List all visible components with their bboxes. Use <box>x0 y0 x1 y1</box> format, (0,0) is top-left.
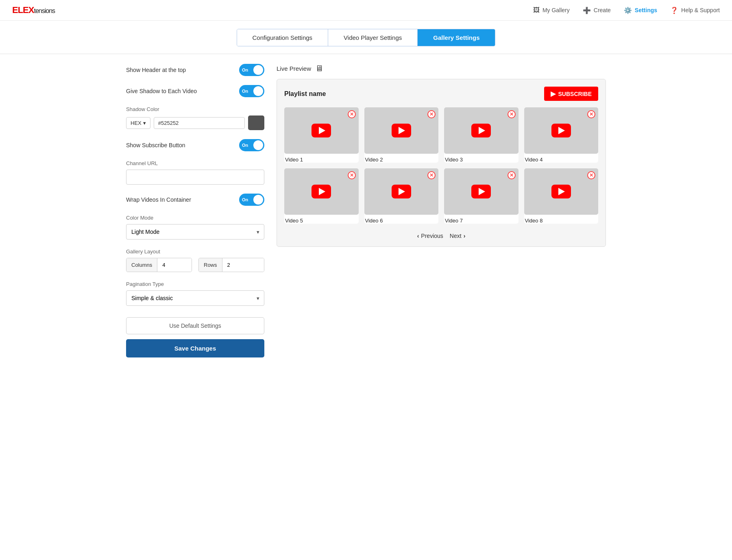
nav-help[interactable]: ❓ Help & Support <box>670 7 720 14</box>
save-changes-button[interactable]: Save Changes <box>126 339 264 357</box>
pagination-label: Pagination Type <box>126 281 264 287</box>
nav-settings[interactable]: ⚙️ Settings <box>624 7 657 14</box>
video-card-7: ✕ Video 7 <box>444 168 518 224</box>
gallery-layout-label: Gallery Layout <box>126 248 264 255</box>
gallery-layout-row: Columns Rows <box>126 258 264 272</box>
previous-button[interactable]: ‹ Previous <box>417 233 443 239</box>
hex-select[interactable]: HEX ▾ <box>126 117 150 129</box>
close-icon-7[interactable]: ✕ <box>508 171 516 179</box>
play-button-3[interactable] <box>471 124 491 137</box>
settings-icon: ⚙️ <box>624 7 632 14</box>
tab-gallery-settings[interactable]: Gallery Settings <box>418 29 495 46</box>
right-panel: Live Preview 🖥 Playlist name ▶ SUBSCRIBE <box>277 64 606 357</box>
subscribe-row: Show Subscribe Button On <box>126 139 264 151</box>
pagination-controls: ‹ Previous Next › <box>284 230 598 239</box>
previous-label: Previous <box>421 233 443 239</box>
close-icon-2[interactable]: ✕ <box>427 110 436 118</box>
logo-subtext: tensions <box>34 7 55 14</box>
left-panel: Show Header at the top On Give Shadow to… <box>126 64 264 357</box>
video-card-4: ✕ Video 4 <box>524 107 599 163</box>
play-triangle-2 <box>399 127 405 134</box>
nav-items: 🖼 My Gallery ➕ Create ⚙️ Settings ❓ Help… <box>533 7 720 14</box>
close-icon-6[interactable]: ✕ <box>427 171 436 179</box>
close-icon-4[interactable]: ✕ <box>587 110 595 118</box>
preview-box: Playlist name ▶ SUBSCRIBE ✕ Video 1 <box>277 79 606 247</box>
close-icon-3[interactable]: ✕ <box>508 110 516 118</box>
video-card-6: ✕ Video 6 <box>364 168 439 224</box>
subscribe-toggle[interactable]: On <box>239 139 264 151</box>
subscribe-label: Show Subscribe Button <box>126 142 185 148</box>
play-button-7[interactable] <box>471 185 491 198</box>
play-button-1[interactable] <box>312 124 331 137</box>
hex-input[interactable] <box>154 117 245 129</box>
shadow-toggle[interactable]: On <box>239 85 264 97</box>
close-icon-5[interactable]: ✕ <box>348 171 356 179</box>
video-thumb-3: ✕ <box>444 107 518 154</box>
video-thumb-2: ✕ <box>364 107 439 154</box>
monitor-icon: 🖥 <box>315 64 323 73</box>
nav-my-gallery[interactable]: 🖼 My Gallery <box>533 7 570 14</box>
top-nav: ELEXtensions 🖼 My Gallery ➕ Create ⚙️ Se… <box>0 0 732 21</box>
channel-url-input[interactable] <box>126 170 264 185</box>
toggle-knob-3 <box>253 140 263 150</box>
subscribe-button[interactable]: ▶ SUBSCRIBE <box>544 87 598 101</box>
rows-input[interactable] <box>222 258 264 272</box>
nav-help-label: Help & Support <box>681 7 720 13</box>
play-button-4[interactable] <box>551 124 571 137</box>
show-header-toggle-label: On <box>242 68 248 72</box>
show-header-row: Show Header at the top On <box>126 64 264 76</box>
video-title-1: Video 1 <box>284 157 359 163</box>
next-button[interactable]: Next › <box>450 233 465 239</box>
video-title-2: Video 2 <box>364 157 439 163</box>
play-button-6[interactable] <box>392 185 411 198</box>
live-preview-header: Live Preview 🖥 <box>277 64 606 73</box>
video-title-3: Video 3 <box>444 157 518 163</box>
live-preview-label: Live Preview <box>277 65 311 72</box>
subscribe-toggle-label: On <box>242 143 248 148</box>
chevron-right-icon: › <box>464 233 466 239</box>
main-content: Show Header at the top On Give Shadow to… <box>114 54 618 367</box>
tab-video-player[interactable]: Video Player Settings <box>328 29 418 46</box>
toggle-knob-2 <box>253 86 263 96</box>
gallery-layout-section: Gallery Layout Columns Rows <box>126 248 264 272</box>
use-default-button[interactable]: Use Default Settings <box>126 317 264 334</box>
play-triangle-4 <box>558 127 565 134</box>
video-card-2: ✕ Video 2 <box>364 107 439 163</box>
color-mode-select[interactable]: Light Mode Dark Mode <box>126 224 264 240</box>
video-title-4: Video 4 <box>524 157 599 163</box>
video-thumb-7: ✕ <box>444 168 518 215</box>
wrap-videos-row: Wrap Videos In Container On <box>126 194 264 206</box>
wrap-label: Wrap Videos In Container <box>126 196 191 203</box>
nav-create[interactable]: ➕ Create <box>583 7 611 14</box>
play-button-8[interactable] <box>551 185 571 198</box>
next-label: Next <box>450 233 462 239</box>
columns-input[interactable] <box>157 258 192 272</box>
rows-label: Rows <box>199 258 222 272</box>
preview-top-row: Playlist name ▶ SUBSCRIBE <box>284 87 598 101</box>
show-header-toggle[interactable]: On <box>239 64 264 76</box>
video-title-6: Video 6 <box>364 218 439 224</box>
wrap-toggle[interactable]: On <box>239 194 264 206</box>
video-title-8: Video 8 <box>524 218 599 224</box>
show-header-label: Show Header at the top <box>126 67 186 73</box>
play-triangle-1 <box>319 127 325 134</box>
color-mode-section: Color Mode Light Mode Dark Mode <box>126 215 264 240</box>
gallery-icon: 🖼 <box>533 7 540 14</box>
tab-configuration[interactable]: Configuration Settings <box>237 29 329 46</box>
youtube-icon: ▶ <box>551 90 556 98</box>
video-card-1: ✕ Video 1 <box>284 107 359 163</box>
hex-label: HEX <box>131 120 142 126</box>
play-button-2[interactable] <box>392 124 411 137</box>
color-mode-label: Color Mode <box>126 215 264 221</box>
shadow-toggle-label: On <box>242 89 248 94</box>
play-button-5[interactable] <box>312 185 331 198</box>
video-card-5: ✕ Video 5 <box>284 168 359 224</box>
color-mode-wrapper: Light Mode Dark Mode <box>126 224 264 240</box>
close-icon-1[interactable]: ✕ <box>348 110 356 118</box>
close-icon-8[interactable]: ✕ <box>587 171 595 179</box>
toggle-knob-4 <box>253 195 263 205</box>
color-swatch[interactable] <box>248 115 264 130</box>
video-thumb-6: ✕ <box>364 168 439 215</box>
columns-group: Columns <box>126 258 192 272</box>
pagination-select[interactable]: Simple & classic Load more Infinite scro… <box>126 290 264 306</box>
